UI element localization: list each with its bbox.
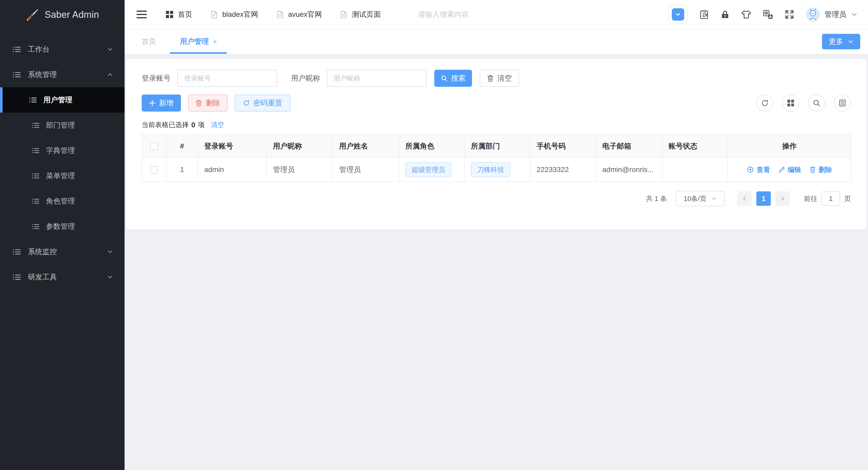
delete-link[interactable]: 删除 — [809, 165, 832, 174]
goto-page-input[interactable] — [822, 191, 840, 206]
prev-page-button[interactable] — [737, 191, 752, 206]
next-page-button[interactable] — [775, 191, 790, 206]
toolbar-row: 新增 删除 密码重置 — [142, 95, 851, 111]
edit-link[interactable]: 编辑 — [778, 165, 801, 174]
edit-link-label: 编辑 — [787, 165, 801, 174]
col-nickname: 用户昵称 — [267, 135, 333, 158]
chevron-up-icon — [107, 71, 113, 78]
col-realname: 用户姓名 — [333, 135, 399, 158]
col-account: 登录账号 — [198, 135, 267, 158]
filter-label-nickname: 用户昵称 — [291, 73, 320, 83]
sidebar-item-label: 菜单管理 — [46, 171, 75, 181]
fullscreen-icon[interactable] — [785, 10, 794, 19]
sidebar-item-label: 研发工具 — [28, 272, 57, 282]
sidebar-item-user-mgmt[interactable]: 用户管理 — [0, 87, 125, 112]
top-menu-item-bladex[interactable]: bladex官网 — [210, 9, 258, 20]
table-tools — [756, 95, 851, 111]
plus-icon — [149, 100, 155, 106]
current-page-button[interactable]: 1 — [756, 191, 771, 206]
column-settings-button[interactable] — [782, 95, 799, 111]
cell-nickname: 管理员 — [267, 158, 333, 182]
sidebar-item-workbench[interactable]: 工作台 — [0, 37, 125, 62]
goto-prefix: 前往 — [804, 194, 817, 203]
close-icon[interactable]: × — [213, 38, 217, 46]
top-menu-item-test-page[interactable]: 测试页面 — [340, 9, 381, 20]
refresh-button[interactable] — [756, 95, 773, 111]
tab-user-mgmt[interactable]: 用户管理 × — [180, 29, 217, 54]
row-checkbox[interactable] — [150, 166, 158, 174]
top-menu-item-label: avuex官网 — [288, 9, 322, 20]
eye-icon — [747, 166, 754, 173]
delete-button[interactable]: 删除 — [188, 95, 227, 111]
select-all-checkbox[interactable] — [150, 142, 158, 150]
more-tabs-button[interactable]: 更多 — [822, 34, 860, 49]
user-menu[interactable]: 管理员 — [806, 7, 858, 22]
top-menu-item-avuex[interactable]: avuex官网 — [276, 9, 322, 20]
sidebar-item-dev-tools[interactable]: 研发工具 — [0, 264, 125, 290]
clear-button[interactable]: 清空 — [480, 70, 519, 87]
content-area: 登录账号 用户昵称 搜索 清空 — [125, 54, 868, 470]
col-index: # — [166, 135, 198, 158]
top-menu-item-label: 首页 — [178, 9, 192, 20]
hamburger-icon[interactable] — [136, 10, 147, 19]
page-size-select[interactable]: 10条/页 — [676, 191, 725, 206]
debug-icon[interactable] — [700, 9, 709, 20]
top-menu-item-label: 测试页面 — [352, 9, 381, 20]
top-menu-item-home[interactable]: 首页 — [166, 9, 192, 20]
grid-icon — [166, 11, 173, 18]
cell-status — [662, 158, 727, 182]
sidebar-item-label: 部门管理 — [46, 120, 75, 130]
filter-row: 登录账号 用户昵称 搜索 清空 — [142, 70, 851, 87]
navbar-right: 管理员 — [669, 5, 858, 24]
filter-input-account[interactable] — [177, 70, 277, 87]
chevron-down-icon — [672, 8, 684, 21]
view-link[interactable]: 查看 — [747, 165, 770, 174]
chevron-down-icon — [107, 274, 113, 280]
goto-suffix: 页 — [844, 194, 851, 203]
trash-icon — [195, 99, 202, 107]
filter-input-nickname[interactable] — [327, 70, 427, 87]
cell-account: admin — [198, 158, 267, 182]
reset-password-button[interactable]: 密码重置 — [235, 95, 290, 111]
sidebar-menu: 工作台 系统管理 用户管理 部门管理 — [0, 29, 125, 470]
sidebar-item-system-mgmt[interactable]: 系统管理 — [0, 62, 125, 87]
sidebar-item-param-mgmt[interactable]: 参数管理 — [0, 214, 125, 239]
global-search-input[interactable] — [418, 10, 527, 19]
top-menu-toggle[interactable] — [669, 5, 688, 24]
document-icon — [276, 10, 284, 18]
sidebar-item-dict-mgmt[interactable]: 字典管理 — [0, 138, 125, 163]
top-menu: 首页 bladex官网 avuex官网 — [166, 9, 381, 20]
sidebar-item-role-mgmt[interactable]: 角色管理 — [0, 189, 125, 214]
tab-home[interactable]: 首页 — [142, 29, 156, 54]
main-area: 首页 bladex官网 avuex官网 — [125, 0, 868, 470]
trash-icon — [487, 75, 494, 82]
logo-title: Saber Admin — [45, 9, 99, 20]
tab-label: 用户管理 — [180, 37, 209, 46]
lock-icon[interactable] — [721, 10, 730, 19]
refresh-icon — [243, 100, 250, 106]
sidebar-item-label: 用户管理 — [43, 95, 72, 105]
list-view-button[interactable] — [834, 95, 851, 111]
search-toggle-button[interactable] — [808, 95, 825, 111]
logo[interactable]: Saber Admin — [0, 0, 125, 29]
list-icon — [13, 45, 21, 53]
search-button[interactable]: 搜索 — [434, 70, 472, 87]
search-icon — [441, 75, 447, 81]
selection-clear-link[interactable]: 清空 — [211, 120, 224, 129]
theme-icon[interactable] — [741, 10, 751, 19]
add-button-label: 新增 — [159, 98, 174, 108]
col-dept: 所属部门 — [465, 135, 530, 158]
language-icon[interactable] — [763, 10, 773, 19]
chevron-down-icon — [711, 196, 717, 201]
sidebar-item-menu-mgmt[interactable]: 菜单管理 — [0, 163, 125, 189]
sidebar-item-label: 字典管理 — [46, 146, 75, 156]
user-table: # 登录账号 用户昵称 用户姓名 所属角色 所属部门 手机号码 电子邮箱 账号状… — [142, 135, 851, 182]
chevron-down-icon — [848, 39, 854, 44]
pagination: 共 1 条 10条/页 1 前往 — [142, 191, 851, 206]
sidebar-item-dept-mgmt[interactable]: 部门管理 — [0, 112, 125, 138]
filter-label-account: 登录账号 — [142, 73, 170, 83]
app-root: Saber Admin 工作台 系统管理 用户 — [0, 0, 868, 470]
sidebar-item-system-monitor[interactable]: 系统监控 — [0, 239, 125, 264]
col-actions: 操作 — [727, 135, 851, 158]
add-button[interactable]: 新增 — [142, 95, 181, 111]
